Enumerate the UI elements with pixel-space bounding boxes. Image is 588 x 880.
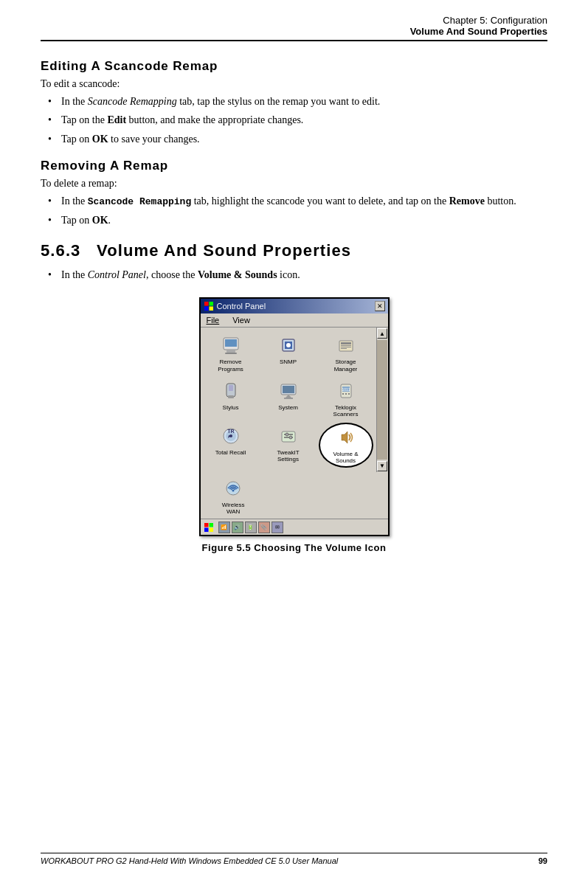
status-icons: 📶 🔊 🔋 📎 ✉ xyxy=(218,522,283,533)
stylus-icon-box xyxy=(219,379,243,403)
storage-manager-label: StorageManager xyxy=(334,358,358,373)
volume-bullets: In the Control Panel, choose the Volume … xyxy=(41,268,547,283)
header-section: Volume And Sound Properties xyxy=(41,26,547,37)
svg-rect-17 xyxy=(229,385,233,391)
footer-page-number: 99 xyxy=(539,856,547,865)
editing-heading: Editing A Scancode Remap xyxy=(41,59,547,74)
icon-remove-programs[interactable]: RemovePrograms xyxy=(204,332,258,374)
menu-view[interactable]: View xyxy=(229,315,253,325)
icon-teklogix-scanners[interactable]: 1011 TeklogixScanners xyxy=(319,378,373,420)
volume-sounds-bold: Volume & Sounds xyxy=(198,269,277,280)
status-icon-1: 📶 xyxy=(218,522,230,533)
volume-sounds-icon xyxy=(336,427,356,448)
svg-rect-27 xyxy=(348,393,350,395)
svg-marker-38 xyxy=(342,432,347,443)
control-panel-italic: Control Panel xyxy=(88,269,146,280)
icon-tweakit-settings[interactable]: TweakITSettings xyxy=(261,423,316,468)
total-recall-icon-box: TR xyxy=(219,424,243,448)
svg-marker-21 xyxy=(286,395,291,398)
win-content: RemovePrograms SNMP xyxy=(201,328,388,472)
svg-rect-42 xyxy=(209,523,213,527)
tweakit-label: TweakITSettings xyxy=(277,449,299,463)
status-icon-2: 🔊 xyxy=(232,522,243,533)
system-icon-box xyxy=(277,379,300,403)
stylus-icon xyxy=(221,381,241,401)
svg-point-37 xyxy=(289,436,292,439)
ok-bold-2: OK xyxy=(92,215,108,226)
storage-manager-icon xyxy=(336,335,356,356)
icon-snmp[interactable]: SNMP xyxy=(261,332,316,374)
system-icon xyxy=(278,381,299,401)
header-chapter: Chapter 5: Configuration xyxy=(41,15,547,26)
section-title: Volume And Sound Properties xyxy=(97,241,351,260)
start-logo-icon xyxy=(204,522,214,533)
figure-caption: Figure 5.5 Choosing The Volume Icon xyxy=(202,542,387,553)
win-titlebar: Control Panel ✕ xyxy=(201,299,388,313)
svg-rect-18 xyxy=(228,395,234,398)
icon-wireless-wan[interactable]: WirelessWAN xyxy=(204,475,263,517)
wireless-wan-icon-box xyxy=(221,477,245,500)
svg-rect-22 xyxy=(284,398,293,399)
scroll-down-button[interactable]: ▼ xyxy=(377,461,387,471)
icon-volume-sounds[interactable]: Volume &Sounds xyxy=(319,423,373,468)
icon-system[interactable]: System xyxy=(261,378,316,420)
dialog-title: Control Panel xyxy=(217,302,266,311)
teklogix-label: TeklogixScanners xyxy=(333,404,359,418)
remove-programs-icon-box xyxy=(219,333,243,357)
svg-rect-13 xyxy=(341,345,351,346)
svg-rect-44 xyxy=(209,527,213,532)
svg-point-10 xyxy=(286,343,291,347)
ok-bold: OK xyxy=(92,134,108,145)
svg-rect-0 xyxy=(204,302,209,306)
remove-programs-icon xyxy=(221,335,241,356)
total-recall-label: Total Recall xyxy=(215,449,246,457)
status-icon-4: 📎 xyxy=(258,522,270,533)
svg-rect-6 xyxy=(226,350,235,353)
snmp-label: SNMP xyxy=(280,358,297,366)
footer-left-text: WORKABOUT PRO G2 Hand-Held With Windows … xyxy=(41,856,338,865)
volume-sounds-label: Volume &Sounds xyxy=(333,451,358,465)
win-bottom-icons: WirelessWAN xyxy=(201,472,388,519)
editing-intro: To edit a scancode: xyxy=(41,78,547,90)
list-item: Tap on the Edit button, and make the app… xyxy=(41,113,547,128)
list-item: In the Control Panel, choose the Volume … xyxy=(41,268,547,283)
win-titlebar-title: Control Panel xyxy=(204,301,266,311)
win-scrollbar: ▲ ▼ xyxy=(376,328,388,472)
edit-bold: Edit xyxy=(107,114,126,125)
icon-total-recall[interactable]: TR Total Recall xyxy=(204,423,258,468)
removing-intro: To delete a remap: xyxy=(41,178,547,190)
list-item: Tap on OK to save your changes. xyxy=(41,132,547,147)
icon-stylus[interactable]: Stylus xyxy=(204,378,258,420)
wireless-wan-icon xyxy=(223,478,243,499)
svg-rect-26 xyxy=(345,393,347,395)
status-icon-3: 🔋 xyxy=(245,522,257,533)
svg-rect-12 xyxy=(341,342,351,344)
close-button[interactable]: ✕ xyxy=(375,301,385,311)
scancode-remapping-mono: Scancode Remapping xyxy=(88,196,191,207)
volume-sounds-icon-box xyxy=(334,426,358,449)
svg-rect-1 xyxy=(209,302,213,306)
svg-rect-14 xyxy=(341,347,351,347)
svg-rect-43 xyxy=(204,527,209,532)
removing-bullets: In the Scancode Remapping tab, highlight… xyxy=(41,194,547,228)
scroll-track xyxy=(377,340,387,460)
svg-rect-15 xyxy=(341,348,347,349)
scroll-up-button[interactable]: ▲ xyxy=(377,328,387,339)
svg-point-32 xyxy=(229,434,232,437)
svg-rect-20 xyxy=(283,386,294,393)
list-item: In the Scancode Remapping tab, tap the s… xyxy=(41,94,547,109)
tweakit-icon-box xyxy=(277,424,300,448)
snmp-icon-box xyxy=(277,333,300,357)
win-statusbar: 📶 🔊 🔋 📎 ✉ xyxy=(201,519,388,535)
icon-storage-manager[interactable]: StorageManager xyxy=(319,332,373,374)
page-header: Chapter 5: Configuration Volume And Soun… xyxy=(41,15,547,41)
svg-rect-2 xyxy=(204,307,209,311)
win-menubar: File View xyxy=(201,313,388,328)
wireless-wan-label: WirelessWAN xyxy=(222,502,245,516)
menu-file[interactable]: File xyxy=(204,315,223,325)
svg-rect-5 xyxy=(225,339,237,347)
remove-programs-label: RemovePrograms xyxy=(218,358,243,373)
teklogix-scanners-icon: 1011 xyxy=(336,381,356,401)
svg-rect-7 xyxy=(225,353,237,354)
svg-rect-3 xyxy=(209,307,213,311)
